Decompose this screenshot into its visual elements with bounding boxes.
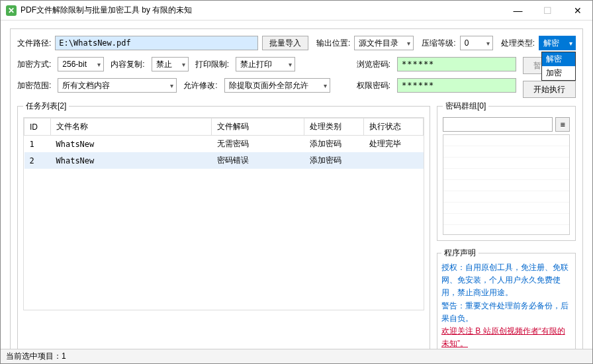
pwd-group-legend: 密码群组[0] [443,101,488,112]
proc-type-dropdown: 解密 加密 [541,52,576,81]
pwd-group-fieldset: 密码群组[0] ≡ [437,101,576,241]
status-bar: 当前选中项目：1 [1,349,592,363]
col-type[interactable]: 处理类别 [304,118,364,136]
print-select[interactable]: 禁止打印▾ [236,57,295,71]
maximize-button[interactable]: ☐ [533,1,563,20]
print-label: 打印限制: [195,59,229,70]
proc-type-option-decrypt[interactable]: 解密 [542,52,575,66]
filepath-input[interactable] [55,36,258,50]
window-title: PDF文件解除限制与批量加密工具 by 有限的未知 [21,5,503,16]
pwd-group-input[interactable] [443,117,553,132]
proc-type-label: 处理类型: [501,38,535,49]
pwd-group-list[interactable] [443,134,570,235]
col-decode[interactable]: 文件解码 [212,118,304,136]
table-row[interactable]: 2WhatsNew密码错误添加密码 [24,152,424,169]
copy-label: 内容复制: [111,59,144,70]
output-select[interactable]: 源文件目录▾ [354,36,414,50]
titlebar: ✕ PDF文件解除限制与批量加密工具 by 有限的未知 — ☐ ✕ [1,1,592,21]
start-button[interactable]: 开始执行 [523,81,576,98]
chevron-down-icon: ▾ [407,40,410,47]
scope-select[interactable]: 所有文档内容▾ [58,78,177,93]
task-list-legend: 任务列表[2] [23,101,69,112]
compress-select[interactable]: 0▾ [460,36,493,50]
perm-pwd-label: 权限密码: [357,80,390,91]
enc-method-select[interactable]: 256-bit▾ [58,57,104,71]
status-text: 当前选中项目：1 [6,351,66,362]
chevron-down-icon: ▾ [97,61,101,68]
task-table: ID 文件名称 文件解码 处理类别 执行状态 1WhatsNew无需密码添加密码… [24,118,424,169]
minimize-button[interactable]: — [503,1,533,20]
chevron-down-icon: ▾ [569,40,572,47]
chevron-down-icon: ▾ [182,61,185,68]
pwd-group-menu-button[interactable]: ≡ [555,117,570,132]
decl-auth: 授权：自用原创工具，免注册、免联网、免安装，个人用户永久免费使用，禁止商业用途。 [441,261,571,300]
modify-label: 允许修改: [183,80,217,91]
decl-legend: 程序声明 [441,248,479,259]
copy-select[interactable]: 禁止▾ [152,57,189,71]
main-frame: 文件路径: 批量导入 输出位置: 源文件目录▾ 压缩等级: 0▾ 处理类型: 解… [10,28,583,361]
modify-select[interactable]: 除提取页面外全部允许▾ [224,78,330,93]
filepath-label: 文件路径: [17,38,51,49]
decl-warn: 警告：重要文件处理前务必备份，后果自负。 [441,300,571,325]
col-name[interactable]: 文件名称 [51,118,212,136]
view-pwd-input[interactable] [397,57,516,71]
proc-type-select[interactable]: 解密▾ [539,36,576,50]
output-label: 输出位置: [316,38,350,49]
declaration-fieldset: 程序声明 授权：自用原创工具，免注册、免联网、免安装，个人用户永久免费使用，禁止… [437,248,576,355]
batch-import-button[interactable]: 批量导入 [262,36,308,50]
task-table-wrap[interactable]: ID 文件名称 文件解码 处理类别 执行状态 1WhatsNew无需密码添加密码… [23,117,424,310]
scope-label: 加密范围: [17,80,51,91]
chevron-down-icon: ▾ [170,82,173,89]
chevron-down-icon: ▾ [486,40,490,47]
col-state[interactable]: 执行状态 [364,118,424,136]
close-button[interactable]: ✕ [563,1,592,20]
table-row[interactable]: 1WhatsNew无需密码添加密码处理完毕 [24,136,424,153]
path-row: 文件路径: 批量导入 输出位置: 源文件目录▾ 压缩等级: 0▾ 处理类型: 解… [17,36,576,50]
enc-method-label: 加密方式: [17,59,51,70]
decl-link[interactable]: 欢迎关注 B 站原创视频作者“有限的未知”。 [441,325,571,350]
app-icon: ✕ [6,5,17,16]
chevron-down-icon: ▾ [324,82,327,89]
perm-pwd-input[interactable] [397,78,516,93]
compress-label: 压缩等级: [422,38,455,49]
chevron-down-icon: ▾ [289,61,292,68]
view-pwd-label: 浏览密码: [357,59,390,70]
task-list-fieldset: 任务列表[2] ID 文件名称 文件解码 处理类别 执行状态 1WhatsNew [17,101,430,355]
col-id[interactable]: ID [24,118,51,136]
proc-type-option-encrypt[interactable]: 加密 [542,66,575,80]
